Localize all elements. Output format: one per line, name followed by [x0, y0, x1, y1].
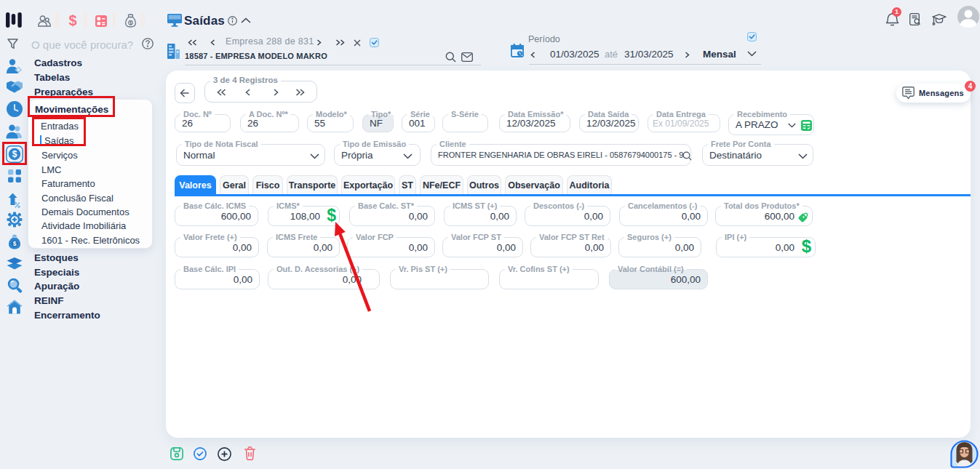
svg-text:$: $ — [13, 240, 17, 247]
svg-text:$: $ — [130, 20, 132, 26]
